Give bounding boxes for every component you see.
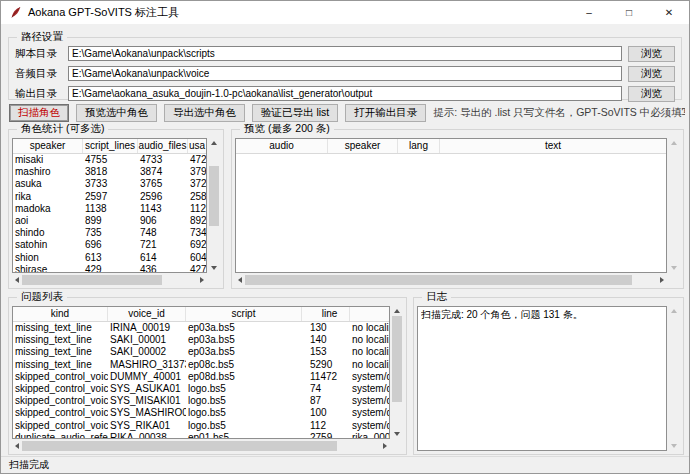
problems-table[interactable]: kindvoice_idscriptline missing_text_line… — [12, 306, 390, 439]
column-header[interactable]: lang — [398, 139, 440, 153]
scroll-right-button[interactable] — [657, 274, 667, 286]
problems-table-body: missing_text_line IRINA_00019 ep03a.bs5 … — [13, 322, 389, 438]
roles-horizontal-scrollbar[interactable] — [12, 274, 207, 286]
cell-voice-id: RIKA_00038 — [108, 432, 186, 438]
column-header[interactable]: audio_files — [138, 139, 188, 153]
scan-roles-button[interactable]: 扫描角色 — [9, 104, 69, 122]
maximize-button[interactable]: □ — [609, 1, 649, 24]
app-icon — [9, 6, 22, 19]
table-row[interactable]: shirase 429 436 427 — [13, 264, 206, 272]
column-header[interactable] — [350, 307, 389, 321]
column-header[interactable]: script — [186, 307, 302, 321]
table-row[interactable]: skipped_control_voice SYS_ASUKA01 logo.b… — [13, 383, 389, 395]
table-row[interactable]: rika 2597 2596 2583 — [13, 191, 206, 203]
table-row[interactable]: asuka 3733 3765 3724 — [13, 178, 206, 190]
column-header[interactable]: speaker — [328, 139, 398, 153]
scroll-down-icon — [211, 266, 217, 270]
column-header[interactable]: voice_id — [108, 307, 186, 321]
scroll-up-icon — [394, 309, 400, 313]
scroll-left-button[interactable] — [12, 440, 22, 452]
roles-table[interactable]: speakerscript_linesaudio_filesusa misaki… — [12, 138, 207, 273]
scroll-down-button[interactable] — [668, 263, 680, 273]
close-button[interactable]: ✕ — [649, 1, 689, 24]
path-input[interactable]: E:\Game\Aokana\unpack\scripts — [68, 46, 622, 61]
table-row[interactable]: skipped_control_voice DUMMY_40001 ep08d.… — [13, 371, 389, 383]
path-row-label: 音频目录 — [15, 67, 62, 81]
cell-script: logo.bs5 — [186, 383, 302, 395]
path-input[interactable]: E:\Game\Aokana\unpack\voice — [68, 66, 622, 81]
cell-usable: 3791 — [188, 166, 206, 178]
cell-speaker: mashiro — [13, 166, 83, 178]
minimize-button[interactable]: – — [569, 1, 609, 24]
scrollbar-thumb[interactable] — [22, 441, 337, 451]
table-row[interactable]: missing_text_line MASHIRO_31373 ep08c.bs… — [13, 359, 389, 371]
column-header[interactable]: audio — [236, 139, 328, 153]
cell-detail: rika_00038.og — [350, 432, 389, 438]
preview-table[interactable]: audiospeakerlangtext — [235, 138, 667, 273]
cell-detail: system/dumm — [350, 371, 389, 383]
cell-voice-id: IRINA_00019 — [108, 322, 186, 334]
export-selected-button[interactable]: 导出选中角色 — [164, 104, 245, 122]
column-header[interactable]: usa — [188, 139, 206, 153]
scrollbar-thumb[interactable] — [22, 275, 162, 285]
cell-detail: no localized t — [350, 346, 389, 358]
cell-detail: no localized t — [350, 322, 389, 334]
table-row[interactable]: madoka 1138 1143 1128 — [13, 203, 206, 215]
table-row[interactable]: missing_text_line IRINA_00019 ep03a.bs5 … — [13, 322, 389, 334]
scroll-left-button[interactable] — [12, 274, 22, 286]
preview-vertical-scrollbar[interactable] — [668, 138, 680, 273]
cell-voice-id: SYS_ASUKA01 — [108, 383, 186, 395]
table-row[interactable]: satohin 696 721 692 — [13, 239, 206, 251]
scroll-down-button[interactable] — [668, 441, 680, 451]
table-row[interactable]: skipped_control_voice SYS_MISAKI01 logo.… — [13, 395, 389, 407]
scroll-down-button[interactable] — [208, 263, 220, 273]
browse-button[interactable]: 浏览 — [628, 86, 675, 102]
scroll-up-button[interactable] — [668, 138, 680, 148]
table-row[interactable]: shion 613 614 604 — [13, 252, 206, 264]
cell-usable: 892 — [188, 215, 206, 227]
scroll-down-button[interactable] — [391, 429, 403, 439]
cell-usable: 4721 — [188, 154, 206, 166]
problems-horizontal-scrollbar[interactable] — [12, 440, 390, 452]
table-row[interactable]: skipped_control_voice SYS_MASHIRO01 logo… — [13, 407, 389, 419]
scrollbar-thumb[interactable] — [392, 316, 402, 402]
cell-voice-id: MASHIRO_31373 — [108, 359, 186, 371]
table-row[interactable]: skipped_control_voice SYS_RIKA01 logo.bs… — [13, 420, 389, 432]
cell-usable: 604 — [188, 252, 206, 264]
log-group-label: 日志 — [422, 290, 451, 304]
open-output-button[interactable]: 打开输出目录 — [345, 104, 426, 122]
path-input[interactable]: E:\Game\aokana_asuka_doujin-1.0-pc\aokan… — [68, 86, 622, 101]
validate-list-button[interactable]: 验证已导出 list — [252, 104, 338, 122]
column-header[interactable]: text — [440, 139, 666, 153]
table-row[interactable]: aoi 899 906 892 — [13, 215, 206, 227]
preview-horizontal-scrollbar[interactable] — [235, 274, 667, 286]
cell-kind: missing_text_line — [13, 346, 108, 358]
preview-selected-button[interactable]: 预览选中角色 — [76, 104, 157, 122]
problems-vertical-scrollbar[interactable] — [391, 306, 403, 439]
cell-speaker: shindo — [13, 227, 83, 239]
scroll-right-button[interactable] — [197, 274, 207, 286]
scroll-up-button[interactable] — [668, 306, 680, 316]
table-row[interactable]: mashiro 3818 3874 3791 — [13, 166, 206, 178]
table-row[interactable]: duplicate_audio_reference RIKA_00038 ep0… — [13, 432, 389, 438]
column-header[interactable]: speaker — [13, 139, 83, 153]
table-row[interactable]: missing_text_line SAKI_00002 ep03a.bs5 1… — [13, 346, 389, 358]
scrollbar-thumb[interactable] — [209, 166, 219, 226]
column-header[interactable]: script_lines — [83, 139, 138, 153]
roles-vertical-scrollbar[interactable] — [208, 138, 220, 273]
scrollbar-thumb[interactable] — [245, 275, 632, 285]
scroll-up-button[interactable] — [391, 306, 403, 316]
table-row[interactable]: misaki 4755 4733 4721 — [13, 154, 206, 166]
cell-line: 2759 — [302, 432, 350, 438]
scroll-right-button[interactable] — [380, 440, 390, 452]
scroll-left-button[interactable] — [235, 274, 245, 286]
scroll-up-button[interactable] — [208, 138, 220, 148]
browse-button[interactable]: 浏览 — [628, 66, 675, 82]
log-vertical-scrollbar[interactable] — [668, 306, 680, 451]
column-header[interactable]: line — [302, 307, 350, 321]
log-output[interactable]: 扫描完成: 20 个角色，问题 131 条。 — [417, 306, 667, 451]
table-row[interactable]: missing_text_line SAKI_00001 ep03a.bs5 1… — [13, 334, 389, 346]
table-row[interactable]: shindo 735 748 734 — [13, 227, 206, 239]
column-header[interactable]: kind — [13, 307, 108, 321]
browse-button[interactable]: 浏览 — [628, 46, 675, 62]
